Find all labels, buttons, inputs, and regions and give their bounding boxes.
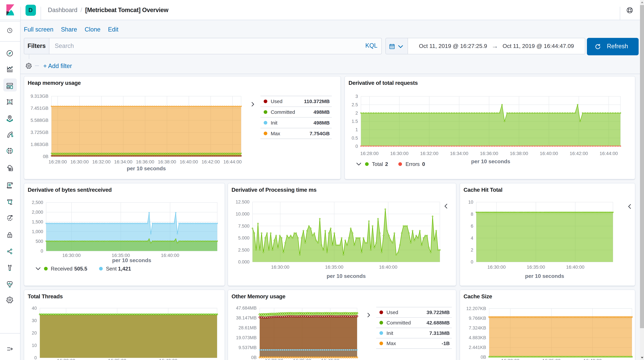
svg-text:16:35:00: 16:35:00 [527, 264, 545, 269]
svg-text:8: 8 [470, 211, 473, 216]
svg-text:10.000: 10.000 [235, 211, 249, 216]
svg-text:16:44:00: 16:44:00 [600, 151, 618, 156]
svg-text:1.5: 1.5 [352, 119, 358, 124]
svg-text:Used: Used [386, 309, 398, 315]
svg-text:per 10 seconds: per 10 seconds [112, 257, 151, 263]
svg-text:16:30:00: 16:30:00 [487, 264, 506, 269]
svg-text:16:38:00: 16:38:00 [510, 151, 528, 156]
svg-text:3: 3 [356, 94, 358, 99]
svg-text:6: 6 [470, 223, 473, 228]
svg-text:16:40:00: 16:40:00 [159, 358, 177, 360]
svg-text:16:28:00: 16:28:00 [360, 151, 378, 156]
svg-text:0: 0 [356, 144, 358, 149]
svg-text:16:30:00: 16:30:00 [501, 358, 519, 360]
svg-text:16:40:00: 16:40:00 [583, 358, 602, 360]
svg-text:7.500: 7.500 [238, 223, 249, 228]
svg-text:4: 4 [470, 235, 473, 240]
svg-text:10: 10 [32, 343, 36, 348]
svg-text:16:36:00: 16:36:00 [480, 151, 498, 156]
svg-text:16:35:00: 16:35:00 [542, 358, 560, 360]
svg-text:0B: 0B [480, 355, 486, 360]
svg-text:7.754GB: 7.754GB [310, 131, 330, 136]
svg-text:110.372MB: 110.372MB [304, 99, 330, 104]
svg-text:0: 0 [40, 248, 43, 253]
svg-text:2: 2 [385, 161, 388, 167]
svg-text:0: 0 [470, 259, 473, 264]
svg-text:Init: Init [270, 120, 277, 126]
svg-text:0: 0 [34, 355, 36, 360]
svg-text:2,000: 2,000 [32, 209, 43, 214]
svg-text:2,500: 2,500 [32, 200, 43, 205]
svg-text:1,421: 1,421 [118, 266, 131, 272]
svg-text:5.000: 5.000 [238, 235, 249, 240]
svg-text:7.313MB: 7.313MB [429, 330, 450, 336]
svg-text:39.722MB: 39.722MB [426, 309, 450, 315]
svg-text:per 10 seconds: per 10 seconds [326, 273, 366, 279]
svg-text:Total: Total [372, 161, 383, 167]
svg-text:Committed: Committed [386, 320, 411, 325]
svg-text:1: 1 [356, 127, 358, 132]
svg-text:7.324KB: 7.324KB [468, 325, 486, 330]
svg-text:16:40:00: 16:40:00 [566, 264, 584, 269]
svg-text:12.207KB: 12.207KB [466, 306, 486, 311]
svg-text:16:40:00: 16:40:00 [540, 151, 558, 156]
svg-text:0.000: 0.000 [238, 259, 249, 264]
svg-text:1,000: 1,000 [32, 229, 43, 234]
svg-text:16:35:00: 16:35:00 [112, 253, 130, 258]
svg-text:0.5: 0.5 [352, 136, 358, 141]
svg-text:2.500: 2.500 [238, 247, 249, 252]
svg-text:498MB: 498MB [313, 120, 330, 126]
svg-text:-1B: -1B [442, 340, 450, 346]
svg-text:16:35:00: 16:35:00 [108, 358, 126, 360]
svg-text:40: 40 [32, 306, 36, 311]
svg-text:16:34:00: 16:34:00 [450, 151, 468, 156]
svg-text:9.766KB: 9.766KB [468, 316, 486, 321]
svg-text:2: 2 [470, 247, 473, 252]
svg-text:per 10 seconds: per 10 seconds [525, 273, 564, 279]
svg-text:16:40:00: 16:40:00 [161, 253, 179, 258]
svg-text:16:35:00: 16:35:00 [325, 264, 343, 269]
svg-text:2.441KB: 2.441KB [468, 345, 486, 350]
svg-text:16:32:00: 16:32:00 [420, 151, 438, 156]
svg-text:42.688MB: 42.688MB [426, 320, 450, 325]
svg-text:Max: Max [270, 131, 280, 136]
svg-text:Committed: Committed [270, 109, 295, 115]
svg-text:1,500: 1,500 [32, 219, 43, 224]
svg-text:Used: Used [270, 99, 282, 104]
svg-text:Init: Init [386, 330, 393, 336]
svg-text:16:30:00: 16:30:00 [62, 253, 80, 258]
svg-text:500: 500 [36, 239, 43, 244]
svg-text:Max: Max [386, 340, 396, 346]
svg-text:16:30:00: 16:30:00 [271, 264, 289, 269]
svg-text:Received: Received [51, 266, 72, 272]
svg-text:30: 30 [32, 318, 36, 323]
svg-text:10: 10 [468, 199, 473, 204]
svg-text:Sent: Sent [106, 266, 116, 272]
svg-text:16:30:00: 16:30:00 [57, 358, 75, 360]
svg-text:0: 0 [422, 161, 425, 167]
svg-text:16:42:00: 16:42:00 [570, 151, 588, 156]
svg-text:Errors: Errors [406, 161, 420, 167]
svg-text:498MB: 498MB [313, 109, 330, 115]
svg-text:4.883KB: 4.883KB [468, 335, 486, 340]
svg-text:12.500: 12.500 [235, 199, 249, 204]
svg-text:505.5: 505.5 [74, 266, 87, 272]
svg-text:16:40:00: 16:40:00 [379, 264, 397, 269]
svg-text:20: 20 [32, 330, 36, 335]
svg-text:2.5: 2.5 [352, 102, 358, 107]
svg-text:2: 2 [356, 111, 358, 116]
svg-text:16:30:00: 16:30:00 [390, 151, 408, 156]
